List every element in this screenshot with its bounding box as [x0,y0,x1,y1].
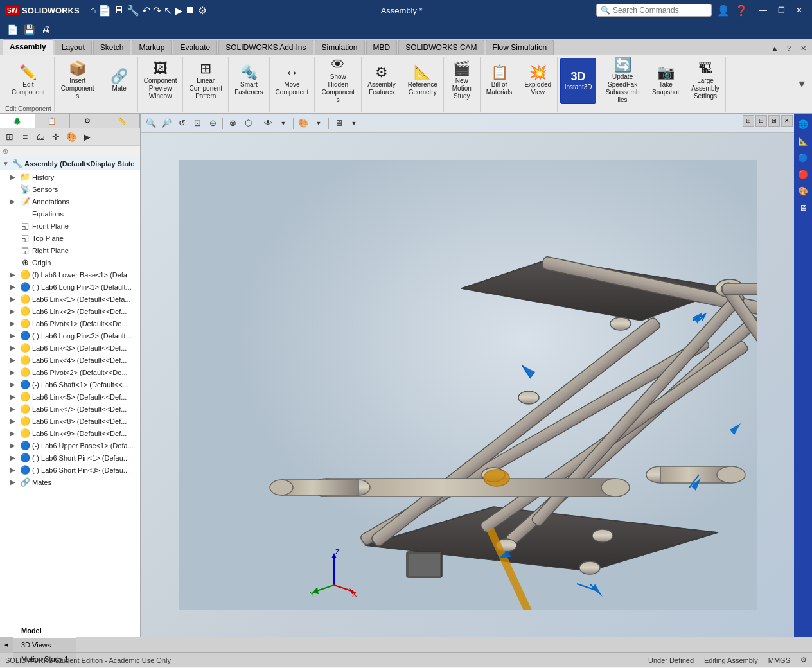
move-component-btn[interactable]: ↔ MoveComponent [272,58,312,104]
vp-select-btn[interactable]: ⊕ [206,116,220,130]
help-icon[interactable]: ❓ [735,4,748,17]
tree-item-11[interactable]: ▶🟡Lab6 Link<2> (Default<<Def... [0,305,140,317]
title-file-icon[interactable]: 📄 [98,4,111,17]
fm-tab-feature-tree[interactable]: 🌲 [0,114,35,128]
ribbon-collapse-btn[interactable]: ▲ [768,42,781,55]
insert-components-btn[interactable]: 📦 InsertComponents [57,58,98,104]
vp-hidden-btn[interactable]: ⬡ [241,116,255,130]
title-run-icon[interactable]: ▶ [175,4,182,17]
ribbon-close-btn[interactable]: ✕ [797,42,809,55]
ribbon-tab-solidworks-add-ins[interactable]: SOLIDWORKS Add-Ins [218,40,313,55]
smart-fasteners-btn[interactable]: 🔩 SmartFasteners [231,58,266,104]
ribbon-tab-solidworks-cam[interactable]: SOLIDWORKS CAM [398,40,484,55]
tree-item-15[interactable]: ▶🟡Lab6 Link<4> (Default<<Def... [0,354,140,366]
assembly-features-btn[interactable]: ⚙ AssemblyFeatures [364,58,398,104]
expand-arrow-10[interactable]: ▶ [10,295,18,303]
mate-btn[interactable]: 🔗 Mate [104,58,135,104]
ribbon-tab-flow-simulation[interactable]: Flow Simulation [486,40,554,55]
vp-rotate-btn[interactable]: ↺ [175,116,189,130]
vp-scene-btn[interactable]: 🖥 [331,116,346,130]
ribbon-tab-simulation[interactable]: Simulation [315,40,365,55]
qa-btn-file[interactable]: 📄 [5,22,19,37]
tree-item-13[interactable]: ▶🔵(-) Lab6 Long Pin<2> (Default... [0,330,140,342]
tree-item-23[interactable]: ▶🔵(-) Lab6 Short Pin<1> (Defau... [0,452,140,464]
tree-item-1[interactable]: 📡Sensors [0,183,140,195]
tree-item-12[interactable]: ▶🟡Lab6 Pivot<1> (Default<<De... [0,317,140,330]
rs-appearance-btn[interactable]: 🎨 [795,183,811,198]
viewport[interactable]: 🔍 🔎 ↺ ⊡ ⊕ ⊗ ⬡ 👁 ▼ 🎨 ▼ 🖥 ▼ ⊞ ⊟ ⊠ ✕ [141,114,794,637]
expand-arrow-17[interactable]: ▶ [10,381,18,388]
reference-geometry-btn[interactable]: 📐 ReferenceGeometry [405,58,441,104]
rs-color1-btn[interactable]: 🔵 [795,150,811,165]
fm-btn-color[interactable]: 🎨 [64,130,78,144]
rs-render-btn[interactable]: 📐 [795,133,811,148]
qa-btn-print[interactable]: 🖨 [39,22,53,37]
expand-arrow-2[interactable]: ▶ [10,198,18,205]
expand-arrow-13[interactable]: ▶ [10,332,18,339]
vp-wc-expand[interactable]: ⊞ [743,115,754,127]
bill-of-materials-btn[interactable]: 📋 Bill ofMaterials [483,58,516,104]
expand-arrow-23[interactable]: ▶ [10,454,18,461]
tree-item-7[interactable]: ⊕Origin [0,256,140,268]
bottom-tab-3d-views[interactable]: 3D Views [13,638,76,652]
title-options-icon[interactable]: ⚙ [198,4,207,17]
expand-arrow-22[interactable]: ▶ [10,442,18,449]
bottom-scroll-left[interactable]: ◄ [0,637,13,653]
ribbon-help-btn[interactable]: ? [782,42,795,55]
show-hidden-btn[interactable]: 👁 ShowHiddenComponents [317,58,358,104]
linear-pattern-btn[interactable]: ⊞ LinearComponentPattern [186,58,225,104]
ribbon-tab-markup[interactable]: Markup [132,40,172,55]
take-snapshot-btn[interactable]: 📷 TakeSnapshot [649,58,682,104]
user-icon[interactable]: 👤 [717,4,730,17]
tree-item-10[interactable]: ▶🟡Lab6 Link<1> (Default<<Defa... [0,293,140,305]
tree-item-18[interactable]: ▶🟡Lab6 Link<5> (Default<<Def... [0,391,140,403]
vp-wc-float[interactable]: ⊠ [768,115,780,127]
tree-item-5[interactable]: ◱Top Plane [0,232,140,244]
vp-scene-dropdown-btn[interactable]: ▼ [347,116,361,130]
large-assembly-btn[interactable]: 🏗 LargeAssemblySettings [688,58,722,104]
fm-btn-folder[interactable]: 🗂 [33,130,48,144]
ribbon-tab-assembly[interactable]: Assembly [3,39,53,55]
edit-component-btn[interactable]: ✏️ EditComponent [8,58,48,104]
restore-btn[interactable]: ❐ [773,4,789,17]
tree-item-0[interactable]: ▶📁History [0,171,140,183]
tree-item-20[interactable]: ▶🟡Lab6 Link<8> (Default<<Def... [0,415,140,427]
tree-item-21[interactable]: ▶🟡Lab6 Link<9> (Default<<Def... [0,427,140,439]
vp-zoom-area-btn[interactable]: 🔎 [159,116,173,130]
title-tools-icon[interactable]: 🔧 [127,4,139,17]
assembly-root-item[interactable]: ▼ 🔧 Assembly (Default<Display State [0,157,140,170]
expand-arrow-20[interactable]: ▶ [10,418,18,425]
tree-item-14[interactable]: ▶🟡Lab6 Link<3> (Default<<Def... [0,342,140,354]
ribbon-tab-sketch[interactable]: Sketch [93,40,131,55]
fm-tab-property-manager[interactable]: 📋 [35,114,71,128]
title-history-fwd[interactable]: ↷ [153,4,161,17]
vp-edges-btn[interactable]: ⊗ [225,116,240,130]
minimize-btn[interactable]: — [755,4,771,17]
vp-wc-tile[interactable]: ⊟ [755,115,767,127]
tree-item-17[interactable]: ▶🔵(-) Lab6 Shaft<1> (Default<<... [0,378,140,391]
fm-btn-grid[interactable]: ⊞ [3,130,17,144]
expand-arrow-9[interactable]: ▶ [10,283,18,290]
tree-item-3[interactable]: =Equations [0,207,140,220]
tree-item-19[interactable]: ▶🟡Lab6 Link<7> (Default<<Def... [0,403,140,415]
fm-btn-arrow[interactable]: ▶ [80,130,94,144]
tree-item-24[interactable]: ▶🔵(-) Lab6 Short Pin<3> (Defau... [0,464,140,476]
search-bar[interactable]: 🔍 ▼ [596,4,712,17]
rs-globe-btn[interactable]: 🌐 [795,116,811,132]
qa-btn-save[interactable]: 💾 [22,22,36,37]
fm-tab-dim-expert[interactable]: 📏 [105,114,141,128]
component-preview-btn[interactable]: 🖼 ComponentPreviewWindow [141,58,181,104]
expand-arrow-24[interactable]: ▶ [10,466,18,473]
vp-view-btn[interactable]: 👁 [261,116,275,130]
instant3d-btn[interactable]: 3D Instant3D [560,58,596,104]
rs-color2-btn[interactable]: 🔴 [795,166,811,182]
vp-view-dropdown-btn[interactable]: ▼ [276,116,290,130]
tree-item-4[interactable]: ◱Front Plane [0,220,140,232]
rs-display-btn[interactable]: 🖥 [795,200,811,215]
vp-display-dropdown-btn[interactable]: ▼ [312,116,326,130]
status-settings-icon[interactable]: ⚙ [800,656,807,664]
vp-pan-btn[interactable]: ⊡ [190,116,204,130]
search-dropdown-icon[interactable]: ▼ [693,7,699,14]
expand-arrow-18[interactable]: ▶ [10,393,18,400]
tree-item-25[interactable]: ▶🔗Mates [0,476,140,488]
